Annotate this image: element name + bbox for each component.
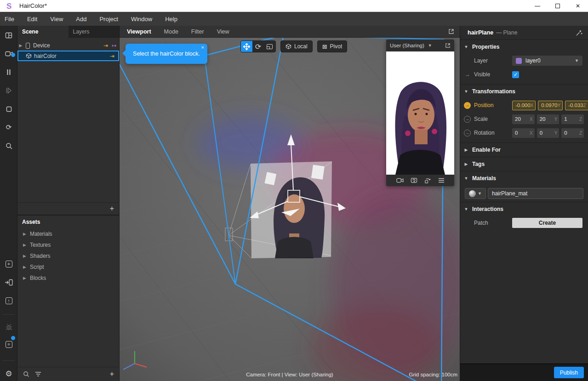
position-z-input[interactable]: -0.033Z bbox=[565, 101, 588, 110]
visible-patch-connector-icon[interactable]: → bbox=[464, 71, 471, 78]
scene-tree-row-device[interactable]: ▶ Device ⇥ ↦ bbox=[17, 40, 119, 51]
pause-icon[interactable] bbox=[0, 65, 17, 79]
viewport-menu-mode[interactable]: Mode bbox=[164, 28, 178, 35]
magic-wand-icon[interactable] bbox=[576, 29, 582, 36]
viewport-menu-filter[interactable]: Filter bbox=[191, 28, 204, 35]
spark-ar-studio-window: S HairColor* — ✕ File Edit View Add Proj… bbox=[0, 0, 588, 381]
device-icon bbox=[24, 43, 31, 49]
debug-bug-icon[interactable] bbox=[0, 320, 17, 334]
tooltip-close-icon[interactable]: × bbox=[201, 45, 204, 50]
patch-output-icon[interactable]: ↦ bbox=[112, 42, 116, 49]
close-button[interactable]: ✕ bbox=[568, 0, 588, 11]
material-type-dropdown[interactable]: ▼ bbox=[465, 188, 486, 199]
rotate-device-icon[interactable] bbox=[424, 177, 431, 184]
create-patch-button[interactable]: Create bbox=[512, 218, 582, 228]
menu-file[interactable]: File bbox=[0, 12, 21, 26]
viewport-expand-icon[interactable] bbox=[448, 28, 454, 34]
patch-input-icon[interactable]: ⇥ bbox=[103, 42, 108, 49]
asset-search-icon[interactable] bbox=[23, 371, 29, 377]
position-x-input[interactable]: -0.000X bbox=[512, 101, 536, 110]
scale-x-input[interactable]: 20X bbox=[512, 114, 535, 124]
material-name-field[interactable]: hairPlane_mat bbox=[488, 188, 583, 199]
expander-icon[interactable]: ▶ bbox=[17, 43, 24, 48]
menu-add[interactable]: Add bbox=[69, 12, 93, 26]
layer-dropdown[interactable]: layer0 ▼ bbox=[512, 56, 582, 66]
rotation-patch-connector-icon[interactable]: → bbox=[464, 130, 471, 136]
layer-row: Layer layer0 ▼ bbox=[460, 54, 588, 68]
scale-z-input[interactable]: 1Z bbox=[561, 114, 584, 124]
section-enable-for[interactable]: ▶Enable For bbox=[460, 143, 588, 157]
camera-feed-portrait bbox=[274, 177, 325, 258]
maximize-button[interactable] bbox=[548, 0, 568, 11]
menu-view[interactable]: View bbox=[44, 12, 69, 26]
console-log-icon[interactable]: ≡ bbox=[0, 337, 17, 351]
scale-patch-connector-icon[interactable]: → bbox=[464, 116, 471, 123]
flip-camera-icon[interactable] bbox=[411, 177, 417, 184]
chevron-down-icon[interactable]: ▼ bbox=[428, 43, 432, 48]
viewport-3d[interactable]: Viewport Mode Filter View ⟳ bbox=[120, 26, 460, 381]
section-interactions[interactable]: ▼Interactions bbox=[460, 202, 588, 216]
asset-group-shaders[interactable]: ▶Shaders bbox=[17, 250, 120, 262]
simulator-menu-icon[interactable] bbox=[438, 178, 445, 183]
rotation-z-input[interactable]: 0Z bbox=[561, 128, 584, 138]
asset-group-script[interactable]: ▶Script bbox=[17, 262, 120, 273]
patch-input-icon[interactable]: ⇥ bbox=[110, 53, 114, 59]
viewport-menu-view[interactable]: View bbox=[217, 28, 229, 35]
panels-layout-icon[interactable] bbox=[0, 28, 17, 42]
rotation-x-input[interactable]: 0X bbox=[512, 128, 535, 138]
upload-export-icon[interactable]: ↑ bbox=[0, 294, 17, 307]
simulator-popout-icon[interactable] bbox=[445, 43, 451, 48]
section-materials[interactable]: ▼Materials bbox=[460, 171, 588, 185]
tutorial-tooltip: Select the hairColor block. × bbox=[126, 44, 207, 64]
zoom-icon[interactable] bbox=[0, 139, 17, 153]
position-y-input[interactable]: 0.0970Y bbox=[538, 101, 563, 110]
pivot-button[interactable]: ⊠ Pivot bbox=[317, 40, 348, 52]
simulator-video-feed[interactable] bbox=[386, 51, 454, 175]
add-asset-folder-icon[interactable]: + bbox=[0, 257, 17, 271]
asset-group-materials[interactable]: ▶Materials bbox=[17, 228, 120, 239]
tab-layers[interactable]: Layers bbox=[69, 26, 120, 38]
add-asset-button[interactable]: + bbox=[110, 370, 114, 378]
tab-scene[interactable]: Scene bbox=[17, 26, 69, 38]
selected-object-name: hairPlane bbox=[468, 29, 493, 36]
publish-button[interactable]: Publish bbox=[554, 367, 584, 378]
asset-group-textures[interactable]: ▶Textures bbox=[17, 239, 120, 250]
menu-window[interactable]: Window bbox=[125, 12, 159, 26]
restart-icon[interactable]: ⟳ bbox=[0, 120, 17, 134]
minimize-button[interactable]: — bbox=[527, 0, 548, 11]
stop-icon[interactable] bbox=[0, 102, 17, 116]
simulator-video-icon[interactable] bbox=[0, 47, 17, 61]
position-row: → Position -0.000X 0.0970Y -0.033Z bbox=[460, 98, 588, 112]
viewport-tab[interactable]: Viewport bbox=[127, 28, 151, 35]
asset-filter-icon[interactable] bbox=[35, 371, 41, 377]
visible-checkbox[interactable]: ✓ bbox=[512, 71, 519, 78]
project-title: HairColor* bbox=[19, 2, 47, 9]
position-patch-connector-icon[interactable]: → bbox=[464, 102, 471, 109]
step-forward-icon[interactable] bbox=[0, 84, 17, 97]
menubar: File Edit View Add Project Window Help bbox=[0, 12, 588, 26]
camera-source-dropdown[interactable]: User (Sharing) bbox=[390, 43, 424, 48]
settings-gear-icon[interactable]: ⚙ bbox=[0, 367, 17, 381]
add-to-scene-button[interactable]: + bbox=[110, 205, 114, 213]
send-to-device-icon[interactable] bbox=[0, 275, 17, 289]
asset-group-blocks[interactable]: ▶Blocks bbox=[17, 273, 120, 284]
simulator-header: User (Sharing) ▼ bbox=[386, 40, 454, 51]
patch-label: Patch bbox=[474, 220, 488, 226]
rotate-tool-button[interactable]: ⟳ bbox=[252, 41, 264, 52]
local-space-button[interactable]: Local bbox=[280, 40, 313, 52]
video-camera-icon[interactable] bbox=[396, 177, 404, 183]
menu-project[interactable]: Project bbox=[93, 12, 124, 26]
menu-edit[interactable]: Edit bbox=[21, 12, 44, 26]
assets-title: Assets bbox=[17, 216, 120, 228]
rotation-y-input[interactable]: 0Y bbox=[537, 128, 559, 138]
section-properties[interactable]: ▼Properties bbox=[460, 40, 588, 54]
section-tags[interactable]: ▶Tags bbox=[460, 157, 588, 171]
publish-bar: Publish bbox=[460, 364, 588, 381]
section-transformations[interactable]: ▼Transformations bbox=[460, 85, 588, 98]
position-label: Position bbox=[474, 102, 494, 108]
scale-y-input[interactable]: 20Y bbox=[537, 114, 559, 124]
menu-help[interactable]: Help bbox=[159, 12, 184, 26]
move-tool-button[interactable] bbox=[241, 41, 252, 52]
scale-tool-button[interactable] bbox=[264, 41, 275, 52]
scene-tree-row-haircolor[interactable]: hairColor ⇥ bbox=[17, 51, 119, 61]
